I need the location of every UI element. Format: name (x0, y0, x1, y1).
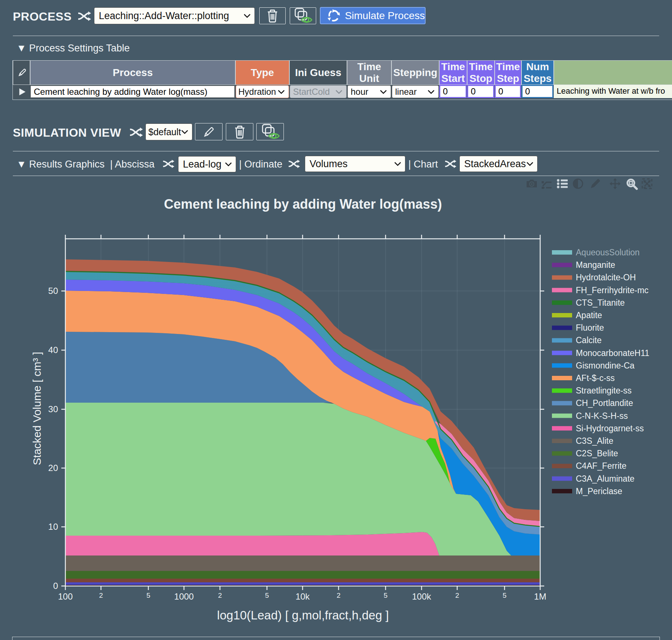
svg-text:FH_Ferrihydrite-mc: FH_Ferrihydrite-mc (576, 285, 648, 295)
svg-text:100k: 100k (412, 592, 431, 601)
svg-text:Stacked Volume [ cm³ ]: Stacked Volume [ cm³ ] (31, 352, 43, 465)
svg-text:Apatite: Apatite (576, 310, 602, 320)
svg-text:2: 2 (218, 592, 222, 599)
svg-text:MonocarbonateH11: MonocarbonateH11 (576, 348, 649, 358)
svg-text:Hydrotalcite-OH: Hydrotalcite-OH (576, 273, 636, 282)
svg-text:5: 5 (503, 592, 507, 599)
svg-text:2: 2 (337, 592, 341, 599)
svg-text:2: 2 (99, 592, 103, 599)
svg-text:10k: 10k (296, 592, 310, 601)
svg-text:C4AF_Ferrite: C4AF_Ferrite (576, 461, 626, 471)
svg-text:5: 5 (384, 592, 388, 599)
svg-text:Gismondine-Ca: Gismondine-Ca (576, 361, 635, 370)
svg-text:AqueousSolution: AqueousSolution (576, 248, 640, 257)
svg-text:1000: 1000 (174, 592, 194, 601)
svg-text:C3S_Alite: C3S_Alite (576, 436, 613, 446)
svg-text:Straetlingite-ss: Straetlingite-ss (576, 386, 632, 395)
svg-text:20: 20 (48, 463, 58, 473)
svg-text:Calcite: Calcite (576, 335, 601, 345)
svg-text:Manganite: Manganite (576, 260, 615, 270)
svg-text:CTS_Titanite: CTS_Titanite (576, 298, 625, 308)
svg-text:AFt-$-c-ss: AFt-$-c-ss (576, 373, 615, 383)
svg-text:50: 50 (48, 286, 58, 296)
svg-text:40: 40 (48, 345, 58, 355)
svg-text:1M: 1M (534, 592, 546, 601)
svg-text:C-N-K-S-H-ss: C-N-K-S-H-ss (576, 411, 628, 421)
svg-text:CH_Portlandite: CH_Portlandite (576, 398, 633, 408)
svg-text:2: 2 (455, 592, 459, 599)
svg-text:10: 10 (48, 522, 58, 532)
svg-text:C3A_Aluminate: C3A_Aluminate (576, 474, 635, 483)
svg-text:0: 0 (53, 581, 58, 591)
svg-text:Si-Hydrogarnet-ss: Si-Hydrogarnet-ss (576, 424, 644, 433)
svg-text:log10(Lead) [ g,mol,fract,h,de: log10(Lead) [ g,mol,fract,h,deg ] (217, 608, 389, 622)
svg-text:30: 30 (48, 404, 58, 414)
svg-text:5: 5 (147, 592, 151, 599)
svg-text:Cement leaching by adding Wate: Cement leaching by adding Water log(mass… (164, 197, 442, 212)
svg-text:M_Periclase: M_Periclase (576, 486, 622, 496)
svg-text:100: 100 (58, 592, 73, 601)
svg-text:5: 5 (265, 592, 269, 599)
svg-text:Fluorite: Fluorite (576, 323, 604, 332)
svg-text:C2S_Belite: C2S_Belite (576, 449, 618, 458)
